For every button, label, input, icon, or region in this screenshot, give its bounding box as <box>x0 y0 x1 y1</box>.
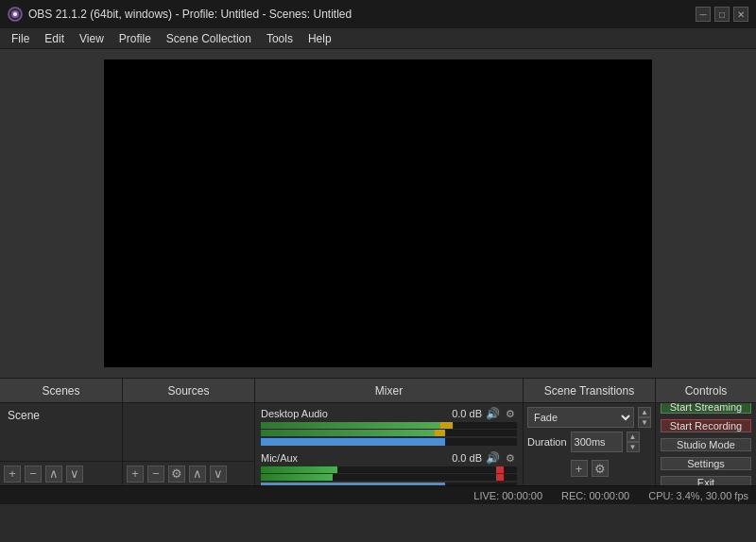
sources-panel-content <box>123 403 254 461</box>
menu-view[interactable]: View <box>72 30 112 47</box>
sources-gear-button[interactable]: ⚙ <box>168 466 185 483</box>
desktop-audio-gear-icon[interactable]: ⚙ <box>504 407 517 420</box>
mic-aux-meter <box>261 466 517 481</box>
title-bar: OBS 21.1.2 (64bit, windows) - Profile: U… <box>0 0 756 28</box>
sources-panel-header: Sources <box>123 379 254 403</box>
transitions-panel-header: Scene Transitions <box>524 379 655 403</box>
transitions-buttons: + ⚙ <box>524 456 655 481</box>
sources-panel: Sources + − ⚙ ∧ ∨ <box>123 379 255 485</box>
studio-mode-button[interactable]: Studio Mode <box>661 438 751 451</box>
duration-label: Duration <box>527 436 567 448</box>
scenes-remove-button[interactable]: − <box>25 466 42 483</box>
transition-type-down[interactable]: ▼ <box>638 417 651 428</box>
sources-down-button[interactable]: ∨ <box>210 466 227 483</box>
mixer-channel-desktop-header: Desktop Audio 0.0 dB 🔊 ⚙ <box>261 407 517 420</box>
start-streaming-button[interactable]: Start Streaming <box>661 403 751 414</box>
desktop-audio-label: Desktop Audio <box>261 408 328 419</box>
sources-up-button[interactable]: ∧ <box>189 466 206 483</box>
mic-aux-meter-bar2 <box>261 474 517 481</box>
mic-aux-volume-slider[interactable] <box>261 483 517 485</box>
svg-point-2 <box>13 12 17 16</box>
transitions-add-button[interactable]: + <box>571 460 588 477</box>
menu-file[interactable]: File <box>4 30 37 47</box>
duration-down[interactable]: ▼ <box>627 442 640 452</box>
controls-panel-header: Controls <box>656 379 756 403</box>
desktop-audio-meter-bar1 <box>261 422 517 429</box>
sources-add-button[interactable]: + <box>127 466 144 483</box>
scenes-panel-header: Scenes <box>0 379 122 403</box>
mixer-channel-mic: Mic/Aux 0.0 dB 🔊 ⚙ <box>261 451 517 485</box>
mic-aux-db: 0.0 dB <box>452 452 482 464</box>
window-controls: ─ □ ✕ <box>696 7 748 22</box>
scenes-panel-footer: + − ∧ ∨ <box>0 461 122 485</box>
menu-edit[interactable]: Edit <box>37 30 72 47</box>
transition-type-spinner: ▲ ▼ <box>638 407 651 428</box>
desktop-audio-meter <box>261 422 517 436</box>
duration-input[interactable] <box>571 432 623 452</box>
scene-item[interactable]: Scene <box>4 407 118 424</box>
mixer-panel-content: Desktop Audio 0.0 dB 🔊 ⚙ <box>255 403 523 485</box>
desktop-audio-db: 0.0 dB <box>452 408 482 419</box>
controls-panel: Controls Start Streaming Start Recording… <box>656 379 756 485</box>
menu-bar: File Edit View Profile Scene Collection … <box>0 28 756 49</box>
start-recording-button[interactable]: Start Recording <box>661 419 751 432</box>
cpu-status: CPU: 3.4%, 30.00 fps <box>648 490 748 501</box>
rec-status: REC: 00:00:00 <box>561 490 629 501</box>
transitions-gear-button[interactable]: ⚙ <box>592 460 609 477</box>
desktop-audio-meter-bar2 <box>261 430 517 436</box>
sources-remove-button[interactable]: − <box>147 466 164 483</box>
transition-type-row: Fade Cut Swipe Slide ▲ ▼ <box>527 407 651 428</box>
mixer-channel-desktop: Desktop Audio 0.0 dB 🔊 ⚙ <box>261 407 517 446</box>
minimize-button[interactable]: ─ <box>696 7 711 22</box>
mixer-channel-mic-header: Mic/Aux 0.0 dB 🔊 ⚙ <box>261 451 517 465</box>
mic-aux-mute-icon[interactable]: 🔊 <box>486 451 500 465</box>
exit-button[interactable]: Exit <box>661 476 751 486</box>
mic-aux-label: Mic/Aux <box>261 452 298 464</box>
obs-icon <box>8 7 23 22</box>
live-status: LIVE: 00:00:00 <box>473 490 542 501</box>
transitions-inner: Fade Cut Swipe Slide ▲ ▼ Duration ▲ ▼ <box>524 403 655 456</box>
maximize-button[interactable]: □ <box>714 7 730 22</box>
preview-area <box>0 49 756 378</box>
settings-button[interactable]: Settings <box>661 457 751 470</box>
bottom-panels: Scenes Scene + − ∧ ∨ Sources + − ⚙ ∧ ∨ M… <box>0 378 756 485</box>
title-left: OBS 21.1.2 (64bit, windows) - Profile: U… <box>8 7 352 22</box>
controls-panel-content: Start Streaming Start Recording Studio M… <box>656 403 756 485</box>
scenes-down-button[interactable]: ∨ <box>66 466 83 483</box>
desktop-audio-volume-slider[interactable] <box>261 438 517 446</box>
duration-up[interactable]: ▲ <box>627 432 640 442</box>
transitions-panel: Scene Transitions Fade Cut Swipe Slide ▲… <box>524 379 656 485</box>
transition-type-up[interactable]: ▲ <box>638 407 651 417</box>
duration-row: Duration ▲ ▼ <box>527 432 651 452</box>
title-text: OBS 21.1.2 (64bit, windows) - Profile: U… <box>28 8 352 21</box>
mic-aux-gear-icon[interactable]: ⚙ <box>504 451 517 465</box>
duration-spinner: ▲ ▼ <box>627 432 640 452</box>
status-bar: LIVE: 00:00:00 REC: 00:00:00 CPU: 3.4%, … <box>0 485 756 504</box>
menu-profile[interactable]: Profile <box>112 30 159 47</box>
mixer-panel: Mixer Desktop Audio 0.0 dB 🔊 ⚙ <box>255 379 524 485</box>
mic-aux-meter-bar1 <box>261 466 517 473</box>
transition-type-select[interactable]: Fade Cut Swipe Slide <box>527 407 634 428</box>
mixer-panel-header: Mixer <box>255 379 523 403</box>
scenes-add-button[interactable]: + <box>4 466 21 483</box>
desktop-audio-mute-icon[interactable]: 🔊 <box>486 407 500 420</box>
preview-canvas <box>104 59 652 367</box>
sources-panel-footer: + − ⚙ ∧ ∨ <box>123 461 254 485</box>
menu-scene-collection[interactable]: Scene Collection <box>159 30 259 47</box>
scenes-panel: Scenes Scene + − ∧ ∨ <box>0 379 123 485</box>
menu-tools[interactable]: Tools <box>259 30 301 47</box>
menu-help[interactable]: Help <box>301 30 339 47</box>
scenes-panel-content: Scene <box>0 403 122 461</box>
close-button[interactable]: ✕ <box>733 7 748 22</box>
scenes-up-button[interactable]: ∧ <box>45 466 62 483</box>
